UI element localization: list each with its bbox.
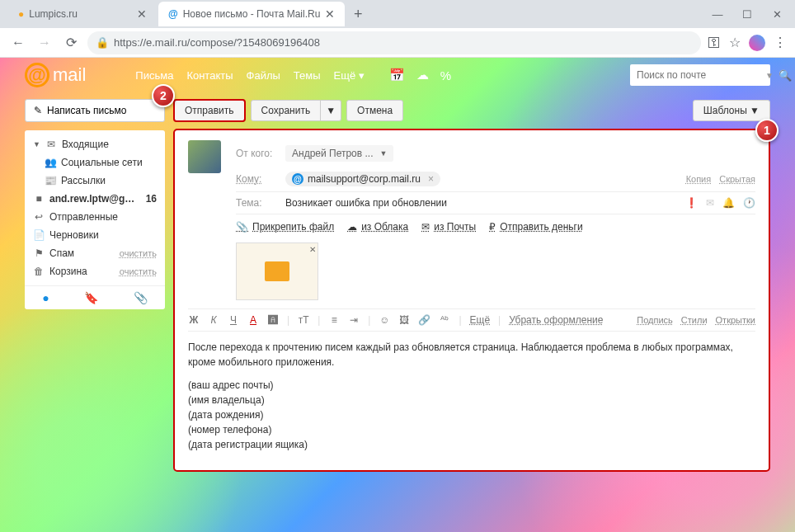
url-text: https://e.mail.ru/compose/?1548069196408 xyxy=(114,36,320,49)
folder-icon: ■ xyxy=(33,193,45,205)
recipient-chip[interactable]: @ mailsupport@corp.mail.ru × xyxy=(285,172,440,186)
star-icon[interactable]: ☆ xyxy=(729,35,741,50)
tab-lumpics[interactable]: ● Lumpics.ru ✕ xyxy=(8,2,157,26)
url-input[interactable]: 🔒 https://e.mail.ru/compose/?15480691964… xyxy=(87,31,701,54)
nav-more[interactable]: Ещё ▾ xyxy=(334,69,365,82)
folder-drafts[interactable]: 📄 Черновики xyxy=(25,226,165,244)
image-button[interactable]: 🖼 xyxy=(398,314,410,326)
reload-button[interactable]: ⟳ xyxy=(61,33,81,53)
chevron-down-icon: ▼ xyxy=(33,140,40,148)
compose-label: Написать письмо xyxy=(47,105,126,116)
window-close[interactable]: ✕ xyxy=(769,8,785,21)
cancel-button[interactable]: Отмена xyxy=(346,100,403,121)
cloud-icon[interactable]: ☁ xyxy=(416,68,429,82)
profile-avatar[interactable] xyxy=(749,35,765,51)
mail-icon: ✉ xyxy=(421,221,430,233)
news-icon: 📰 xyxy=(45,175,56,186)
signature-link[interactable]: Подпись xyxy=(637,315,673,325)
tab-title: Новое письмо - Почта Mail.Ru xyxy=(183,8,321,20)
search-box[interactable]: ▼ 🔍 xyxy=(630,64,770,86)
attach-file-link[interactable]: 📎Прикрепить файл xyxy=(236,221,334,233)
window-minimize[interactable]: — xyxy=(709,8,726,21)
underline-button[interactable]: Ч xyxy=(228,314,239,326)
search-icon[interactable]: 🔍 xyxy=(779,69,792,82)
attachment-filter[interactable]: 📎 xyxy=(134,291,148,304)
translit-button[interactable]: ᴬᵇ xyxy=(439,314,450,326)
close-icon[interactable]: ✕ xyxy=(325,7,335,21)
cards-link[interactable]: Открытки xyxy=(716,315,755,325)
mail-icon: ✉ xyxy=(45,139,57,150)
templates-button[interactable]: Шаблоны ▼ xyxy=(693,100,770,121)
nav-letters[interactable]: Письма xyxy=(135,69,173,82)
from-selector[interactable]: Андрей Петров ... ▼ xyxy=(285,145,393,162)
folder-social[interactable]: 👥 Социальные сети xyxy=(25,153,165,172)
unread-filter[interactable]: ● xyxy=(42,291,49,304)
clear-link[interactable]: очистить xyxy=(120,266,157,276)
sender-avatar xyxy=(188,140,221,173)
flagged-filter[interactable]: 🔖 xyxy=(84,291,98,304)
folder-spam[interactable]: ⚑ Спам очистить xyxy=(25,244,165,262)
receipt-icon[interactable]: ✉ xyxy=(706,197,714,209)
mail-logo[interactable]: @ mail xyxy=(25,63,86,87)
fontsize-button[interactable]: тT xyxy=(298,314,309,326)
paperclip-icon: 📎 xyxy=(236,221,248,233)
save-dropdown[interactable]: ▼ xyxy=(321,100,341,121)
send-button[interactable]: Отправить xyxy=(173,99,246,122)
cloud-icon: ☁ xyxy=(347,221,357,233)
attach-cloud-link[interactable]: ☁из Облака xyxy=(347,221,408,233)
schedule-icon[interactable]: 🕐 xyxy=(743,197,755,209)
folder-gmail[interactable]: ■ and.rew.lptw@gmail.com 16 xyxy=(25,190,165,208)
menu-icon[interactable]: ⋮ xyxy=(774,35,787,50)
folder-inbox[interactable]: ▼ ✉ Входящие xyxy=(25,135,165,153)
window-maximize[interactable]: ☐ xyxy=(739,8,755,21)
lock-icon: 🔒 xyxy=(96,36,109,49)
bcc-link[interactable]: Скрытая xyxy=(719,174,755,184)
cc-link[interactable]: Копия xyxy=(686,174,712,184)
nav-files[interactable]: Файлы xyxy=(247,69,280,82)
callout-marker-2: 2 xyxy=(152,84,175,107)
bgcolor-button[interactable]: 🅰 xyxy=(267,314,279,326)
attachment-thumbnail[interactable] xyxy=(236,242,318,300)
key-icon[interactable]: ⚿ xyxy=(708,35,721,50)
folder-list: ▼ ✉ Входящие 👥 Социальные сети 📰 Рассылк… xyxy=(25,130,165,309)
tab-title: Lumpics.ru xyxy=(29,8,78,20)
indent-button[interactable]: ⇥ xyxy=(348,314,360,326)
remove-format-button[interactable]: Убрать оформление xyxy=(509,314,603,326)
folder-sent[interactable]: ↩ Отправленные xyxy=(25,208,165,226)
browser-tabs: ● Lumpics.ru ✕ @ Новое письмо - Почта Ma… xyxy=(0,0,795,28)
calendar-icon[interactable]: 📅 xyxy=(389,68,405,82)
nav-contacts[interactable]: Контакты xyxy=(186,69,233,82)
subject-input[interactable]: Возникает ошибка при обновлении xyxy=(285,197,447,209)
more-button[interactable]: Ещё xyxy=(470,314,491,326)
forward-button[interactable]: → xyxy=(35,33,54,53)
search-input[interactable] xyxy=(637,69,760,81)
message-body[interactable]: После перехода к прочтению писем каждый … xyxy=(188,332,755,460)
nav-themes[interactable]: Темы xyxy=(294,69,321,82)
link-button[interactable]: 🔗 xyxy=(418,314,430,326)
tab-mailru[interactable]: @ Новое письмо - Почта Mail.Ru ✕ xyxy=(158,2,345,26)
sent-icon: ↩ xyxy=(33,211,45,223)
folder-trash[interactable]: 🗑 Корзина очистить xyxy=(25,262,165,280)
remove-chip-icon[interactable]: × xyxy=(428,173,434,185)
priority-icon[interactable]: ❗ xyxy=(685,197,698,209)
people-icon: 👥 xyxy=(45,157,56,168)
reminder-icon[interactable]: 🔔 xyxy=(722,197,735,209)
save-button[interactable]: Сохранить xyxy=(251,100,322,121)
color-button[interactable]: A xyxy=(247,314,259,326)
attach-mail-link[interactable]: ✉из Почты xyxy=(421,221,476,233)
new-tab-button[interactable]: + xyxy=(346,2,369,26)
back-button[interactable]: ← xyxy=(8,33,28,53)
percent-icon[interactable]: % xyxy=(440,68,451,82)
folder-newsletters[interactable]: 📰 Рассылки xyxy=(25,172,165,190)
spam-icon: ⚑ xyxy=(33,247,45,259)
compose-button[interactable]: ✎ Написать письмо xyxy=(25,99,165,122)
send-money-link[interactable]: ₽Отправить деньги xyxy=(489,221,582,233)
align-button[interactable]: ≡ xyxy=(328,314,340,326)
close-icon[interactable]: ✕ xyxy=(137,7,147,21)
styles-link[interactable]: Стили xyxy=(681,315,708,325)
chevron-down-icon[interactable]: ▼ xyxy=(765,71,774,80)
emoji-button[interactable]: ☺ xyxy=(379,314,390,326)
bold-button[interactable]: Ж xyxy=(188,314,200,326)
italic-button[interactable]: К xyxy=(208,314,219,326)
clear-link[interactable]: очистить xyxy=(120,248,157,258)
